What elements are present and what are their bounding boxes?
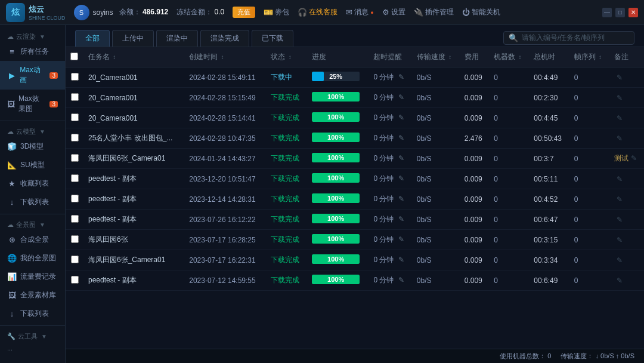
row-cost: 0.009 (460, 88, 490, 108)
row-checkbox[interactable] (66, 230, 83, 250)
smart-off-action[interactable]: ⏻ 智能关机 (462, 7, 500, 17)
row-checkbox[interactable] (66, 88, 83, 108)
sidebar-item-all-panorama[interactable]: 🖼 全景素材库 (0, 286, 65, 304)
note-edit-icon[interactable]: ✎ (617, 73, 623, 82)
row-checkbox[interactable] (66, 270, 83, 291)
recharge-button[interactable]: 充值 (233, 7, 255, 18)
row-checkbox[interactable] (66, 169, 83, 189)
sidebar-group-cloud-model[interactable]: ☁ 云模型 ▼ (0, 124, 65, 137)
timeout-edit-icon[interactable]: ✎ (398, 174, 404, 183)
row-frameseq: 0 (569, 189, 609, 210)
note-edit-icon[interactable]: ✎ (617, 134, 623, 143)
note-edit-icon[interactable]: ✎ (617, 195, 623, 204)
note-edit-icon[interactable]: ✎ (631, 154, 637, 162)
logo-sub: SHINE CLOUD (29, 15, 66, 21)
sidebar-item-su-model[interactable]: 📐 SU模型 (0, 156, 65, 174)
support-action[interactable]: 🎧 在线客服 (298, 7, 338, 17)
row-created: 2023-07-17 16:22:31 (184, 250, 266, 270)
note-edit-icon[interactable]: ✎ (617, 94, 623, 102)
row-checkbox[interactable] (66, 189, 83, 210)
timeout-edit-icon[interactable]: ✎ (398, 134, 404, 142)
sidebar-item-download-list[interactable]: ↓ 下载列表 (0, 193, 65, 211)
topbar-user[interactable]: S soyins (74, 5, 113, 20)
col-machines[interactable]: 机器数 ↕ (489, 47, 529, 67)
sidebar-divider-1 (0, 121, 65, 121)
sidebar-item-all-tasks[interactable]: ≡ 所有任务 (0, 42, 65, 61)
timeout-edit-icon[interactable]: ✎ (398, 235, 404, 244)
row-speed: 0b/S (412, 189, 460, 210)
row-checkbox[interactable] (66, 67, 83, 88)
note-edit-icon[interactable]: ✎ (617, 114, 623, 122)
search-input[interactable] (522, 33, 629, 42)
col-status[interactable]: 状态 ↕ (266, 47, 307, 67)
timeout-edit-icon[interactable]: ✎ (398, 215, 404, 223)
model-cloud-icon: ☁ (7, 128, 14, 136)
settings-action[interactable]: ⚙ 设置 (382, 7, 405, 17)
plugins-action[interactable]: 🔌 插件管理 (414, 7, 454, 17)
row-machines: 0 (489, 169, 529, 189)
sidebar-item-3d-model[interactable]: 🧊 3D模型 (0, 137, 65, 156)
timeout-edit-icon[interactable]: ✎ (398, 73, 404, 81)
coupon-action[interactable]: 🎫 劵包 (264, 7, 289, 17)
sidebar-item-my-panorama[interactable]: 🌐 我的全景图 (0, 249, 65, 267)
tab-uploading[interactable]: 上传中 (112, 30, 154, 47)
row-progress: 100% (307, 169, 369, 189)
sidebar-item-download-list-2[interactable]: ↓ 下载列表 (0, 304, 65, 323)
minimize-button[interactable]: — (602, 8, 612, 17)
msg-action[interactable]: ✉ 消息 ● (346, 7, 373, 17)
tab-downloaded[interactable]: 已下载 (252, 30, 293, 47)
note-edit-icon[interactable]: ✎ (617, 256, 623, 264)
timeout-edit-icon[interactable]: ✎ (398, 154, 404, 162)
timeout-edit-icon[interactable]: ✎ (398, 256, 404, 264)
sidebar-item-composite[interactable]: ⊕ 合成全景 (0, 230, 65, 249)
timeout-edit-icon[interactable]: ✎ (398, 195, 404, 203)
row-checkbox[interactable] (66, 108, 83, 128)
tab-all[interactable]: 全部 (75, 30, 110, 47)
tab-rendering[interactable]: 渲染中 (156, 30, 198, 47)
maximize-button[interactable]: □ (615, 8, 625, 17)
row-totaltime: 00:5:11 (529, 169, 569, 189)
sidebar-tools-more: ... (0, 342, 65, 354)
sidebar-group-cloud-render[interactable]: ☁ 云渲染 ▼ (0, 29, 65, 42)
download2-icon: ↓ (7, 309, 17, 318)
sidebar-item-flow-record[interactable]: 📊 流量费记录 (0, 267, 65, 286)
select-all-checkbox[interactable] (70, 53, 78, 60)
timeout-edit-icon[interactable]: ✎ (398, 276, 404, 284)
row-created: 2024-01-24 14:43:27 (184, 149, 266, 169)
table-row: 25名人堂小丰 改出图包_... 2024-02-28 10:47:35 下载完… (66, 128, 644, 149)
col-frameseq[interactable]: 帧序列 ↕ (569, 47, 609, 67)
col-taskname[interactable]: 任务名 ↕ (83, 47, 184, 67)
row-checkbox[interactable] (66, 250, 83, 270)
row-checkbox[interactable] (66, 149, 83, 169)
col-created[interactable]: 创建时间 ↕ (184, 47, 266, 67)
row-checkbox[interactable] (66, 128, 83, 149)
sidebar-group-panorama[interactable]: ☁ 全景图 ▼ (0, 217, 65, 230)
note-edit-icon[interactable]: ✎ (617, 175, 623, 183)
row-checkbox[interactable] (66, 210, 83, 230)
row-taskname: peedtest - 副本 (83, 169, 184, 189)
row-status: 下载完成 (266, 189, 307, 210)
note-edit-icon[interactable]: ✎ (617, 236, 623, 244)
row-status: 下载完成 (266, 169, 307, 189)
close-button[interactable]: ✕ (628, 8, 638, 17)
logo-icon: 炫 (6, 3, 25, 22)
sidebar-item-favorites[interactable]: ★ 收藏列表 (0, 174, 65, 193)
panorama-cloud-icon: ☁ (7, 221, 14, 229)
row-machines: 0 (489, 250, 529, 270)
row-status: 下载完成 (266, 149, 307, 169)
row-timeout: 0 分钟 ✎ (369, 230, 411, 250)
row-totaltime: 00:6:47 (529, 210, 569, 230)
timeout-edit-icon[interactable]: ✎ (398, 93, 404, 101)
note-edit-icon[interactable]: ✎ (617, 216, 623, 224)
sidebar-group-cloud-tools[interactable]: 🔧 云工具 ▼ (0, 328, 65, 342)
tab-render-done[interactable]: 渲染完成 (200, 30, 249, 47)
col-speed[interactable]: 传输速度 ↕ (412, 47, 460, 67)
timeout-edit-icon[interactable]: ✎ (398, 113, 404, 122)
sidebar-item-max-animation[interactable]: ▶ Max动画 3 (0, 61, 65, 90)
row-note: ✎ (609, 108, 644, 128)
row-machines: 0 (489, 108, 529, 128)
row-frameseq: 0 (569, 128, 609, 149)
row-cost: 0.009 (460, 250, 490, 270)
sidebar-item-max-effect[interactable]: 🖼 Max效果图 3 (0, 90, 65, 118)
note-edit-icon[interactable]: ✎ (617, 276, 623, 285)
